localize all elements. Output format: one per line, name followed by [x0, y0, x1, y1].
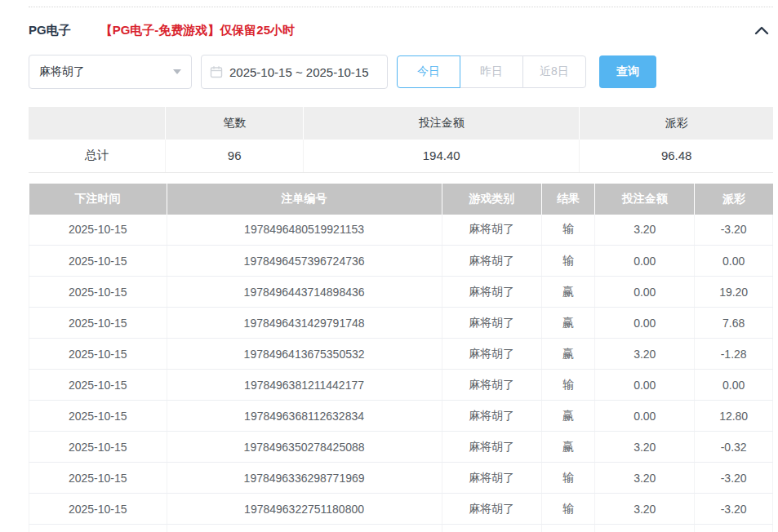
header-bet-no: 注单编号: [167, 184, 442, 215]
table-row: 2025-10-15 1978496431429791748 麻将胡了 赢 0.…: [29, 308, 773, 339]
game-type-cell: 麻将胡了: [442, 401, 541, 432]
result-cell: 输: [541, 494, 595, 525]
game-select-value: 麻将胡了: [39, 64, 85, 79]
bet-time-cell: 2025-10-15: [29, 246, 167, 277]
bet-time-cell: 2025-10-15: [29, 308, 167, 339]
section-notice: 【PG电子-免费游戏】仅保留25小时: [100, 23, 295, 38]
header-bet-amount: 投注金额: [595, 184, 695, 215]
bet-amount-cell: 0.00: [595, 246, 695, 277]
summary-payout-value: 96.48: [580, 140, 773, 172]
result-cell: 赢: [541, 308, 595, 339]
game-type-cell: 麻将胡了: [442, 463, 541, 494]
summary-count-value: 96: [166, 140, 304, 172]
result-cell: 输: [541, 525, 595, 532]
bet-no-cell: 1978496322751180800: [167, 494, 442, 525]
payout-cell: -1.28: [695, 339, 773, 370]
summary-total-row: 总计 96 194.40 96.48: [29, 140, 773, 172]
result-cell: 赢: [541, 339, 595, 370]
table-row: 2025-10-15 1978496350278425088 麻将胡了 赢 3.…: [29, 432, 773, 463]
quick-date-button-group: 今日 昨日 近8日: [397, 55, 586, 88]
result-cell: 输: [541, 215, 595, 246]
date-range-input[interactable]: 2025-10-15 ~ 2025-10-15: [201, 55, 388, 89]
bet-amount-cell: 0.00: [595, 277, 695, 308]
bet-time-cell: 2025-10-15: [29, 339, 167, 370]
table-row: 2025-10-15 1978496381211442177 麻将胡了 输 0.…: [29, 370, 773, 401]
header-result: 结果: [541, 184, 595, 215]
game-type-cell: 麻将胡了: [442, 525, 541, 532]
last-8-days-button[interactable]: 近8日: [522, 55, 586, 88]
table-row: 麻将胡了 输: [29, 525, 773, 532]
game-type-cell: 麻将胡了: [442, 308, 541, 339]
summary-bet-amount-value: 194.40: [304, 140, 580, 172]
calendar-icon: [210, 65, 223, 78]
table-row: 2025-10-15 1978496413675350532 麻将胡了 赢 3.…: [29, 339, 773, 370]
bet-time-cell: 2025-10-15: [29, 277, 167, 308]
bet-amount-cell: 3.20: [595, 463, 695, 494]
table-row: 2025-10-15 1978496457396724736 麻将胡了 输 0.…: [29, 246, 773, 277]
bet-no-cell: 1978496480519921153: [167, 215, 442, 246]
summary-header-empty: [29, 107, 166, 140]
chevron-up-icon: [754, 25, 769, 35]
bet-amount-cell: 3.20: [595, 215, 695, 246]
bet-no-cell: 1978496381211442177: [167, 370, 442, 401]
bet-amount-cell: 0.00: [595, 401, 695, 432]
section-header: PG电子 【PG电子-免费游戏】仅保留25小时: [29, 20, 773, 40]
bet-amount-cell: 0.00: [595, 370, 695, 401]
game-type-cell: 麻将胡了: [442, 370, 541, 401]
bet-no-cell: 1978496443714898436: [167, 277, 442, 308]
payout-cell: 19.20: [695, 277, 773, 308]
today-button[interactable]: 今日: [397, 55, 460, 88]
summary-header-bet-amount: 投注金额: [304, 107, 580, 140]
game-type-cell: 麻将胡了: [442, 246, 541, 277]
chevron-down-icon: [173, 69, 181, 74]
summary-header-row: 笔数 投注金额 派彩: [29, 107, 773, 140]
bet-no-cell: 1978496336298771969: [167, 463, 442, 494]
search-button[interactable]: 查询: [599, 55, 656, 88]
table-row: 2025-10-15 1978496368112632834 麻将胡了 赢 0.…: [29, 401, 773, 432]
bet-no-cell: [167, 525, 442, 532]
collapse-section-button[interactable]: [750, 20, 773, 40]
bet-time-cell: 2025-10-15: [29, 432, 167, 463]
bet-time-cell: 2025-10-15: [29, 370, 167, 401]
payout-cell: -3.20: [695, 494, 773, 525]
bet-no-cell: 1978496431429791748: [167, 308, 442, 339]
game-type-cell: 麻将胡了: [442, 339, 541, 370]
game-type-cell: 麻将胡了: [442, 215, 541, 246]
result-cell: 输: [541, 463, 595, 494]
summary-table: 笔数 投注金额 派彩 总计 96 194.40 96.48: [29, 107, 773, 173]
game-type-cell: 麻将胡了: [442, 494, 541, 525]
game-type-cell: 麻将胡了: [442, 277, 541, 308]
bet-amount-cell: 3.20: [595, 494, 695, 525]
bet-no-cell: 1978496413675350532: [167, 339, 442, 370]
game-type-cell: 麻将胡了: [442, 432, 541, 463]
result-cell: 赢: [541, 401, 595, 432]
filter-row: 麻将胡了 2025-10-15 ~ 2025-10-15 今日 昨日 近8日 查…: [29, 55, 773, 89]
page: PG电子 【PG电子-免费游戏】仅保留25小时 麻将胡了 2025-10-15 …: [0, 0, 778, 532]
date-range-value: 2025-10-15 ~ 2025-10-15: [229, 65, 369, 79]
table-header-row: 下注时间 注单编号 游戏类别 结果 投注金额 派彩: [29, 184, 773, 215]
payout-cell: 7.68: [695, 308, 773, 339]
bet-no-cell: 1978496368112632834: [167, 401, 442, 432]
summary-header-payout: 派彩: [580, 107, 773, 140]
bet-amount-cell: 3.20: [595, 339, 695, 370]
payout-cell: [695, 525, 773, 532]
report-panel: PG电子 【PG电子-免费游戏】仅保留25小时 麻将胡了 2025-10-15 …: [29, 7, 773, 532]
summary-total-label: 总计: [29, 140, 166, 172]
payout-cell: 12.80: [695, 401, 773, 432]
top-divider: [29, 7, 773, 7]
section-title: PG电子: [29, 23, 71, 38]
payout-cell: -3.20: [695, 463, 773, 494]
payout-cell: -3.20: [695, 215, 773, 246]
game-select[interactable]: 麻将胡了: [29, 55, 192, 89]
table-row: 2025-10-15 1978496480519921153 麻将胡了 输 3.…: [29, 215, 773, 246]
bet-time-cell: 2025-10-15: [29, 494, 167, 525]
table-row: 2025-10-15 1978496336298771969 麻将胡了 输 3.…: [29, 463, 773, 494]
bet-time-cell: 2025-10-15: [29, 401, 167, 432]
yesterday-button[interactable]: 昨日: [460, 55, 523, 88]
bet-time-cell: 2025-10-15: [29, 215, 167, 246]
bet-no-cell: 1978496350278425088: [167, 432, 442, 463]
result-cell: 赢: [541, 432, 595, 463]
payout-cell: -0.32: [695, 432, 773, 463]
bet-no-cell: 1978496457396724736: [167, 246, 442, 277]
result-cell: 赢: [541, 277, 595, 308]
